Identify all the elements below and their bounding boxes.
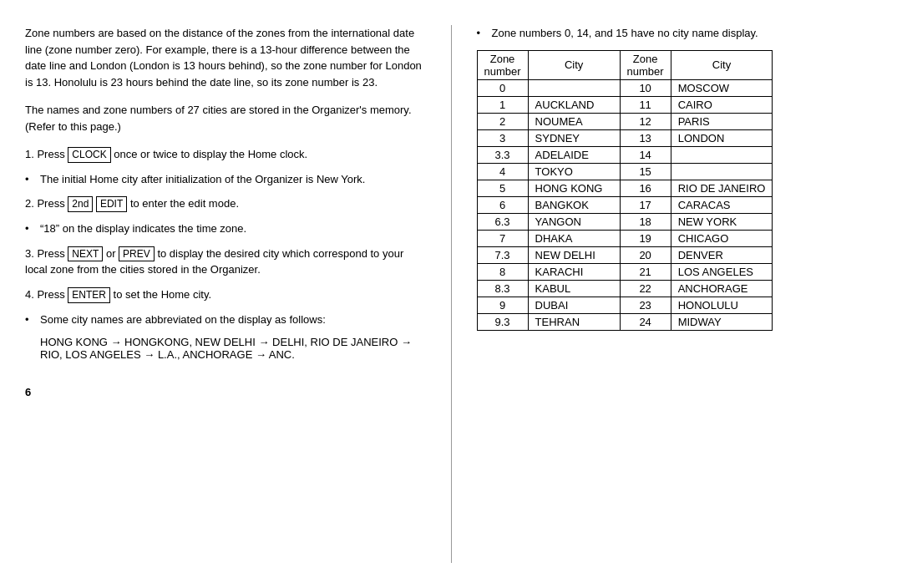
zone-num-right: 22: [620, 280, 671, 297]
zone-num-right: 11: [620, 96, 671, 113]
table-row: 6BANGKOK17CARACAS: [477, 196, 773, 213]
city-left: AUCKLAND: [528, 96, 620, 113]
city-right: [671, 163, 773, 180]
zone-num-right: 18: [620, 213, 671, 230]
table-row: 7.3NEW DELHI20DENVER: [477, 246, 773, 263]
2nd-key: 2nd: [68, 196, 93, 212]
col-header-city2: City: [671, 50, 773, 79]
col-header-zone2: Zonenumber: [620, 50, 671, 79]
table-row: 8KARACHI21LOS ANGELES: [477, 263, 773, 280]
city-left: DUBAI: [528, 297, 620, 313]
city-right: PARIS: [671, 113, 773, 129]
zone-num-right: 16: [620, 180, 671, 196]
city-left: TOKYO: [528, 163, 620, 180]
enter-key: ENTER: [68, 287, 110, 303]
table-row: 8.3KABUL22ANCHORAGE: [477, 280, 773, 297]
zone-num-right: 23: [620, 297, 671, 313]
zone-num-right: 13: [620, 129, 671, 146]
zone-num-left: 7.3: [477, 246, 528, 263]
bullet-3: Some city names are abbreviated on the d…: [25, 312, 426, 328]
zone-num-left: 6.3: [477, 213, 528, 230]
table-row: 2NOUMEA12PARIS: [477, 113, 773, 129]
step-2-suffix: to enter the edit mode.: [127, 197, 239, 210]
city-right: ANCHORAGE: [671, 280, 773, 297]
city-right: LONDON: [671, 129, 773, 146]
paragraph-1: Zone numbers are based on the distance o…: [25, 25, 426, 90]
zone-num-left: 3: [477, 129, 528, 146]
table-row: 6.3YANGON18NEW YORK: [477, 213, 773, 230]
zone-num-left: 2: [477, 113, 528, 129]
left-column: Zone numbers are based on the distance o…: [25, 25, 452, 563]
col-header-city1: City: [528, 50, 620, 79]
city-left: YANGON: [528, 213, 620, 230]
table-row: 4TOKYO15: [477, 163, 773, 180]
clock-key: CLOCK: [68, 147, 110, 163]
zone-num-right: 14: [620, 146, 671, 163]
zone-num-right: 21: [620, 263, 671, 280]
city-right: NEW YORK: [671, 213, 773, 230]
city-left: DHAKA: [528, 230, 620, 246]
city-right: HONOLULU: [671, 297, 773, 313]
step-3-or: or: [103, 247, 119, 260]
step-1-suffix: once or twice to display the Home clock.: [111, 148, 308, 160]
zone-num-right: 20: [620, 246, 671, 263]
zone-num-left: 4: [477, 163, 528, 180]
table-row: 9.3TEHRAN24MIDWAY: [477, 313, 773, 330]
city-right: CAIRO: [671, 96, 773, 113]
city-left: NOUMEA: [528, 113, 620, 129]
table-row: 5HONG KONG16RIO DE JANEIRO: [477, 180, 773, 196]
city-left: TEHRAN: [528, 313, 620, 330]
prev-key: PREV: [119, 246, 155, 262]
table-row: 3.3ADELAIDE14: [477, 146, 773, 163]
col-header-zone1: Zonenumber: [477, 50, 528, 79]
table-row: 3SYDNEY13LONDON: [477, 129, 773, 146]
city-left: [528, 79, 620, 96]
city-left: SYDNEY: [528, 129, 620, 146]
zone-num-left: 9.3: [477, 313, 528, 330]
right-column: Zone numbers 0, 14, and 15 have no city …: [452, 25, 878, 563]
step-1: 1. Press CLOCK once or twice to display …: [25, 146, 426, 163]
paragraph-2: The names and zone numbers of 27 cities …: [25, 102, 426, 134]
city-right: RIO DE JANEIRO: [671, 180, 773, 196]
city-left: BANGKOK: [528, 196, 620, 213]
zone-num-left: 8: [477, 263, 528, 280]
city-right: CHICAGO: [671, 230, 773, 246]
abbreviations-block: HONG KONG → HONGKONG, NEW DELHI → DELHI,…: [40, 336, 426, 361]
zone-num-left: 8.3: [477, 280, 528, 297]
city-right: MIDWAY: [671, 313, 773, 330]
city-right: CARACAS: [671, 196, 773, 213]
zone-num-left: 6: [477, 196, 528, 213]
abbreviations-text: HONG KONG → HONGKONG, NEW DELHI → DELHI,…: [40, 336, 412, 361]
city-left: KARACHI: [528, 263, 620, 280]
table-row: 1AUCKLAND11CAIRO: [477, 96, 773, 113]
city-right: MOSCOW: [671, 79, 773, 96]
right-bullet-top: Zone numbers 0, 14, and 15 have no city …: [477, 25, 878, 42]
bullet-1: The initial Home city after initializati…: [25, 171, 426, 188]
zone-num-left: 7: [477, 230, 528, 246]
step-2-prefix: 2. Press: [25, 197, 68, 210]
step-4-suffix: to set the Home city.: [110, 288, 211, 301]
zone-num-left: 0: [477, 79, 528, 96]
city-right: DENVER: [671, 246, 773, 263]
step-4-prefix: 4. Press: [25, 288, 68, 301]
zone-num-right: 15: [620, 163, 671, 180]
zone-num-right: 10: [620, 79, 671, 96]
zone-num-left: 3.3: [477, 146, 528, 163]
zone-num-left: 5: [477, 180, 528, 196]
step-3-prefix: 3. Press: [25, 247, 68, 260]
city-right: LOS ANGELES: [671, 263, 773, 280]
city-left: HONG KONG: [528, 180, 620, 196]
bullet-2: “18” on the display indicates the time z…: [25, 220, 426, 237]
next-key: NEXT: [68, 246, 103, 262]
page: Zone numbers are based on the distance o…: [0, 0, 902, 588]
zone-table: Zonenumber City Zonenumber City 010MOSCO…: [477, 50, 773, 331]
zone-num-right: 19: [620, 230, 671, 246]
table-row: 9DUBAI23HONOLULU: [477, 297, 773, 313]
city-left: ADELAIDE: [528, 146, 620, 163]
table-row: 010MOSCOW: [477, 79, 773, 96]
city-left: KABUL: [528, 280, 620, 297]
step-1-prefix: 1. Press: [25, 148, 68, 160]
zone-num-right: 24: [620, 313, 671, 330]
zone-num-left: 9: [477, 297, 528, 313]
city-left: NEW DELHI: [528, 246, 620, 263]
